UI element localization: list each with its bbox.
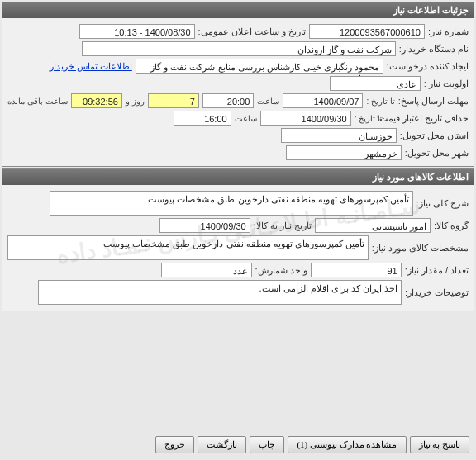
buyer-contact-link[interactable]: اطلاعات تماس خریدار [50, 61, 132, 72]
city-value: خرمشهر [286, 145, 402, 160]
creator-label: ایجاد کننده درخواست: [387, 61, 469, 72]
time-remaining-value: 09:32:56 [71, 93, 122, 108]
city-label: شهر محل تحویل: [405, 148, 469, 159]
to-date-label-1: تا تاریخ : [366, 97, 394, 106]
need-number-value: 1200093567000610 [309, 24, 425, 39]
province-label: استان محل تحویل: [400, 130, 469, 141]
spec-label: مشخصات کالای مورد نیاز: [372, 243, 469, 254]
creator-value: محمود رنگباری خینی کارشناس بررسی منابع ش… [136, 59, 383, 74]
need-details-header: جزئیات اطلاعات نیاز [2, 2, 474, 18]
province-value: خوزستان [281, 128, 397, 143]
need-date-label: تاریخ نیاز به کالا: [254, 221, 312, 231]
spec-value: تأمین کمپرسورهای تهویه منطقه نفتی دارخوی… [7, 235, 369, 260]
goods-info-header: اطلاعات کالاهای مورد نیاز [2, 169, 474, 185]
remaining-label: ساعت باقی مانده [7, 97, 68, 106]
qty-label: تعداد / مقدار نیاز: [405, 265, 469, 276]
days-label: روز و [126, 97, 145, 106]
attachments-button[interactable]: مشاهده مدارک پیوستی (1) [288, 436, 406, 453]
unit-label: واحد شمارش: [255, 265, 307, 276]
priority-value: عادی [330, 76, 421, 91]
deadline-label: مهلت ارسال پاسخ: [398, 96, 469, 107]
goods-info-panel: اطلاعات کالاهای مورد نیاز شرح کلی نیاز: … [2, 168, 474, 311]
print-button[interactable]: چاپ [250, 436, 284, 453]
to-date-label-2: تا تاریخ : [355, 114, 383, 123]
group-label: گروه کالا: [434, 221, 469, 231]
desc-label: شرح کلی نیاز: [416, 198, 469, 209]
need-details-panel: جزئیات اطلاعات نیاز شماره نیاز: 12000935… [2, 2, 474, 167]
desc-value: تأمین کمپرسورهای تهویه منطقه نفتی دارخوی… [50, 191, 413, 216]
unit-value: عدد [161, 263, 252, 277]
need-number-label: شماره نیاز: [428, 26, 469, 37]
deadline-date-value: 1400/09/07 [283, 93, 363, 108]
buyer-value: شرکت نفت و گاز اروندان [82, 41, 396, 56]
deadline-time-value: 20:00 [202, 93, 254, 108]
buyer-label: نام دستگاه خریدار: [399, 44, 469, 55]
time-label-2: ساعت [235, 114, 257, 123]
validity-date-value: 1400/09/30 [260, 111, 351, 126]
group-value: امور تاسیساتی [315, 218, 431, 233]
validity-time-value: 16:00 [174, 111, 231, 126]
qty-value: 91 [311, 263, 402, 277]
days-remaining-value: 7 [148, 93, 199, 108]
validity-label: حداقل تاریخ اعتبار قیمت: [386, 113, 469, 124]
exit-button[interactable]: خروج [155, 436, 194, 453]
need-date-value: 1400/09/30 [159, 218, 250, 233]
respond-button[interactable]: پاسخ به نیاز [410, 436, 470, 453]
footer-toolbar: پاسخ به نیاز مشاهده مدارک پیوستی (1) چاپ… [3, 433, 473, 457]
notes-label: توضیحات خریدار: [405, 287, 469, 298]
priority-label: اولویت نیاز : [424, 78, 469, 89]
back-button[interactable]: بازگشت [198, 436, 246, 453]
announce-date-value: 1400/08/30 - 10:13 [79, 24, 195, 39]
notes-value: اخذ ایران کد برای اقلام الزامی است. [38, 280, 402, 305]
time-label-1: ساعت [257, 97, 279, 106]
announce-date-label: تاریخ و ساعت اعلان عمومی: [198, 26, 306, 37]
